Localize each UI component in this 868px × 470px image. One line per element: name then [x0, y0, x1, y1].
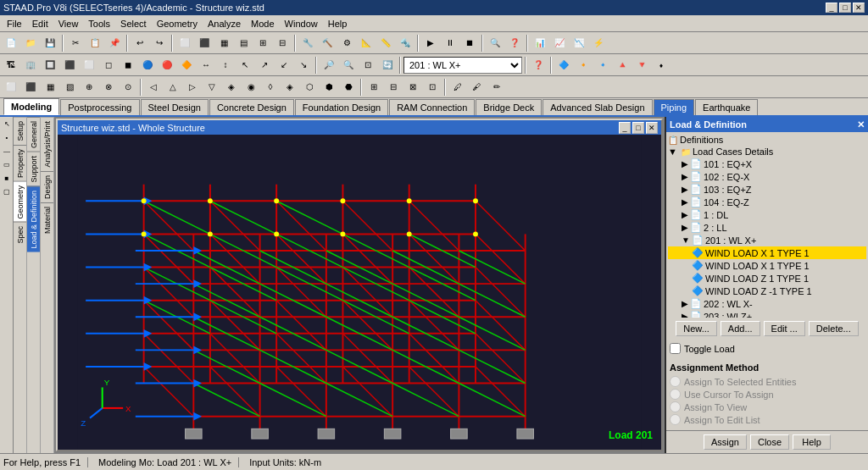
tb-b18[interactable]: 📊 — [531, 34, 549, 53]
tb2-extra6[interactable]: ⬧ — [652, 56, 670, 75]
delete-button[interactable]: Delete... — [809, 321, 859, 336]
tb3-b2[interactable]: ⬛ — [195, 34, 214, 53]
rotate-btn[interactable]: 🔄 — [378, 56, 397, 75]
tree-load-cases[interactable]: ▼ 📁 Load Cases Details — [668, 146, 866, 158]
tb3-b1[interactable]: ⬜ — [175, 34, 194, 53]
vtab-design[interactable]: Design — [41, 171, 53, 202]
win-minimize[interactable]: _ — [619, 122, 631, 134]
tab-steel-design[interactable]: Steel Design — [141, 99, 209, 115]
tb2-b13[interactable]: ↖ — [236, 56, 254, 75]
tb3-anim4[interactable]: ▽ — [203, 78, 221, 97]
tb2-b7[interactable]: ◼ — [119, 56, 137, 75]
tb2-b5[interactable]: ⬜ — [80, 56, 98, 75]
viewport-3d[interactable]: X Y Z Load 201 — [58, 135, 661, 450]
tree-item-104[interactable]: ▶ 📄 104 : EQ-Z — [668, 196, 866, 208]
tb-b20[interactable]: 📉 — [570, 34, 588, 53]
tree-wind1[interactable]: 🔷 WIND LOAD X 1 TYPE 1 — [668, 246, 866, 259]
tb3-anim8[interactable]: ◈ — [281, 78, 299, 97]
tb2-b4[interactable]: ⬛ — [60, 56, 79, 75]
tb3-misc7[interactable]: ✏ — [487, 78, 506, 97]
save-button[interactable]: 💾 — [41, 34, 59, 53]
tb3-misc4[interactable]: ⊡ — [423, 78, 442, 97]
tb3-anim1[interactable]: ◁ — [144, 78, 163, 97]
tb3-b4[interactable]: ▤ — [234, 34, 253, 53]
new-button[interactable]: New... — [676, 321, 717, 336]
ts-beam[interactable]: — — [1, 145, 13, 157]
win-close[interactable]: ✕ — [646, 122, 658, 134]
vtab-property[interactable]: Property — [14, 145, 26, 181]
assign-button[interactable]: Assign — [704, 434, 747, 450]
tab-earthquake[interactable]: Earthquake — [695, 99, 758, 115]
menu-tools[interactable]: Tools — [83, 17, 115, 30]
zoom-in-btn[interactable]: 🔎 — [320, 56, 338, 75]
tb3-view2[interactable]: ⬛ — [21, 78, 40, 97]
tree-item-103[interactable]: ▶ 📄 103 : EQ+Z — [668, 183, 866, 196]
vtab-analysis-print[interactable]: Analysis/Print — [41, 117, 53, 171]
tab-postprocessing[interactable]: Postprocessing — [60, 99, 139, 115]
tb-b11[interactable]: 📏 — [376, 34, 395, 53]
tb-b17[interactable]: ❓ — [505, 34, 524, 53]
menu-file[interactable]: File — [2, 17, 27, 30]
panel-close-button[interactable]: ✕ — [857, 119, 865, 130]
help-button[interactable]: Help — [793, 434, 831, 450]
tb3-view3[interactable]: ▦ — [41, 78, 59, 97]
tb2-b16[interactable]: ↘ — [294, 56, 313, 75]
tb2-b11[interactable]: ↔ — [197, 56, 215, 75]
load-selector[interactable]: 201 : WL X+ — [403, 57, 522, 74]
ts-solid[interactable]: ■ — [1, 172, 13, 184]
tree-wind3[interactable]: 🔷 WIND LOAD Z 1 TYPE 1 — [668, 272, 866, 285]
tb2-extra3[interactable]: 🔹 — [593, 56, 612, 75]
maximize-button[interactable]: □ — [839, 3, 851, 13]
tb3-view6[interactable]: ⊗ — [99, 78, 118, 97]
tab-ram-connection[interactable]: RAM Connection — [389, 99, 475, 115]
tb3-anim2[interactable]: △ — [164, 78, 182, 97]
tb-b10[interactable]: 📐 — [357, 34, 376, 53]
toggle-load-checkbox[interactable] — [670, 343, 681, 354]
ts-node[interactable]: • — [1, 131, 13, 143]
tb3-misc5[interactable]: 🖊 — [448, 78, 467, 97]
tab-piping[interactable]: Piping — [654, 99, 695, 115]
tb-b19[interactable]: 📈 — [550, 34, 569, 53]
tree-item-101[interactable]: ▶ 📄 101 : EQ+X — [668, 158, 866, 170]
tree-item-1[interactable]: ▶ 📄 1 : DL — [668, 208, 866, 221]
tree-item-201[interactable]: ▼ 📄 201 : WL X+ — [668, 234, 866, 246]
tb2-query[interactable]: ❓ — [529, 56, 548, 75]
tb2-extra5[interactable]: 🔻 — [632, 56, 651, 75]
vtab-geometry[interactable]: Geometry — [14, 181, 26, 223]
tb3-b3[interactable]: ▦ — [214, 34, 233, 53]
tb2-extra2[interactable]: 🔸 — [574, 56, 593, 75]
tb-b14[interactable]: ⏸ — [441, 34, 459, 53]
vtab-spec[interactable]: Spec — [14, 222, 26, 247]
vtab-load-definition[interactable]: Load & Definition — [27, 186, 40, 252]
tree-wind2[interactable]: 🔷 WIND LOAD X 1 TYPE 1 — [668, 259, 866, 272]
tb2-b14[interactable]: ↗ — [255, 56, 274, 75]
menu-help[interactable]: Help — [323, 17, 353, 30]
tb2-b6[interactable]: ◻ — [99, 56, 118, 75]
tab-foundation-design[interactable]: Foundation Design — [295, 99, 388, 115]
redo-button[interactable]: ↪ — [150, 34, 169, 53]
menu-view[interactable]: View — [53, 17, 84, 30]
undo-button[interactable]: ↩ — [131, 34, 149, 53]
tb3-misc6[interactable]: 🖋 — [468, 78, 487, 97]
tb2-b15[interactable]: ↙ — [275, 56, 293, 75]
tb3-anim7[interactable]: ◊ — [261, 78, 280, 97]
tb2-b3[interactable]: 🔲 — [41, 56, 59, 75]
edit-button[interactable]: Edit ... — [764, 321, 805, 336]
tb2-extra4[interactable]: 🔺 — [613, 56, 632, 75]
menu-geometry[interactable]: Geometry — [152, 17, 203, 30]
menu-edit[interactable]: Edit — [27, 17, 53, 30]
tb3-anim11[interactable]: ⬣ — [339, 78, 358, 97]
tb3-anim3[interactable]: ▷ — [183, 78, 202, 97]
tb-b7[interactable]: 🔧 — [298, 34, 317, 53]
add-button[interactable]: Add... — [721, 321, 760, 336]
tb3-anim10[interactable]: ⬢ — [320, 78, 338, 97]
ts-plate[interactable]: ▭ — [1, 158, 13, 170]
vtab-support[interactable]: Support — [27, 152, 40, 186]
tb2-b9[interactable]: 🔴 — [158, 56, 176, 75]
tb2-b10[interactable]: 🔶 — [177, 56, 196, 75]
cut-button[interactable]: ✂ — [66, 34, 85, 53]
copy-button[interactable]: 📋 — [86, 34, 104, 53]
tab-advanced-slab[interactable]: Advanced Slab Design — [542, 99, 652, 115]
tree-item-202[interactable]: ▶ 📄 202 : WL X- — [668, 297, 866, 310]
menu-analyze[interactable]: Analyze — [203, 17, 246, 30]
